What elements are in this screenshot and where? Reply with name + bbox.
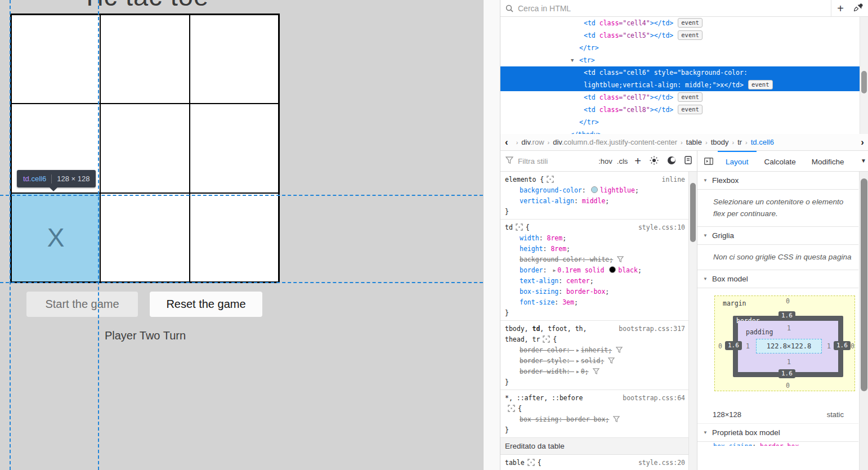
event-badge[interactable]: event [748, 80, 773, 89]
markup-line[interactable]: <td class="cell5"></td>event [500, 29, 868, 42]
css-declaration[interactable]: background-color: white; [505, 254, 685, 265]
grid-section-header[interactable]: ▼ Griglia [697, 227, 858, 245]
expand-arrow-icon[interactable]: ▶ [553, 268, 556, 273]
flexbox-section-header[interactable]: ▼ Flexbox [697, 172, 858, 190]
breadcrumb-item[interactable]: table [686, 138, 702, 146]
css-declaration[interactable]: border-width: ▶0; [505, 366, 685, 377]
dock-sidebar-icon[interactable] [697, 151, 718, 171]
expand-arrow-icon[interactable]: ▶ [576, 348, 579, 353]
markup-line[interactable]: </tbody> [500, 128, 868, 134]
margin-top-value[interactable]: 0 [786, 297, 790, 305]
tab-layout[interactable]: Layout [718, 151, 757, 171]
filter-icon[interactable] [608, 357, 615, 364]
layout-scrollbar-thumb[interactable] [861, 178, 867, 391]
rule-selector[interactable]: elemento { [505, 174, 685, 185]
rule-source-link[interactable]: style.css:10 [638, 222, 685, 233]
markup-line[interactable]: </tr> [500, 116, 868, 128]
padding-right-value[interactable]: 1 [827, 342, 831, 350]
breadcrumb-item[interactable]: tr [737, 138, 742, 146]
breadcrumb-item[interactable]: td.cell6 [751, 138, 774, 146]
boxmodel-content-box[interactable]: 122.8×122.8 [756, 339, 822, 353]
breadcrumb-back-icon[interactable]: ‹ [500, 137, 513, 147]
markup-line[interactable]: ▼<tr> [500, 54, 868, 66]
css-declaration[interactable]: border-color: ▶inherit; [505, 345, 685, 356]
expander-icon[interactable]: ▼ [571, 54, 574, 66]
search-input[interactable] [517, 3, 831, 14]
expand-arrow-icon[interactable]: ▶ [576, 359, 579, 364]
margin-bottom-value[interactable]: 0 [786, 382, 790, 390]
css-declaration[interactable]: text-align: center; [505, 276, 685, 287]
border-bottom-value[interactable]: 1.6 [778, 369, 795, 378]
css-declaration[interactable]: border: ▶0.1rem solid black; [505, 265, 685, 276]
reset-game-button[interactable]: Reset the game [150, 292, 262, 317]
rule-source-link[interactable]: bootstrap.css:317 [619, 324, 685, 334]
expand-arrow-icon[interactable]: ▶ [576, 369, 579, 374]
filter-icon[interactable] [617, 256, 624, 262]
dark-theme-contrast-icon[interactable] [667, 156, 676, 167]
markup-line[interactable]: <td class="cell7"></td>event [500, 91, 868, 104]
boxmodel-props-header[interactable]: ▼ Proprietà box model [697, 424, 858, 442]
color-swatch[interactable] [609, 266, 616, 273]
tab-calcolate[interactable]: Calcolate [757, 151, 804, 171]
pseudo-class-button[interactable]: :hov [598, 157, 612, 165]
board-cell[interactable] [100, 193, 189, 282]
filter-icon[interactable] [593, 368, 599, 374]
markup-line[interactable]: <td class="cell4"></td>event [500, 17, 868, 29]
filter-styles-input[interactable]: Filtra stili [518, 157, 594, 165]
board-cell[interactable] [100, 15, 189, 104]
tabs-dropdown-icon[interactable]: ▼ [861, 158, 866, 164]
css-declaration[interactable]: box-sizing: border-box; [505, 287, 685, 297]
start-game-button[interactable]: Start the game [26, 292, 138, 317]
rule-source-link[interactable]: inline [661, 174, 685, 185]
css-declaration[interactable]: background-color: lightblue; [505, 185, 685, 196]
markup-line[interactable]: <td class="cell8"></td>event [500, 104, 868, 116]
breadcrumb-forward-icon[interactable]: › [857, 137, 867, 147]
board-cell[interactable] [100, 104, 189, 193]
margin-left-value[interactable]: 0 [718, 342, 722, 350]
css-declaration[interactable]: font-size: 3em; [505, 297, 685, 308]
print-simulation-icon[interactable] [684, 156, 692, 166]
padding-bottom-value[interactable]: 1 [787, 358, 791, 366]
padding-top-value[interactable]: 1 [787, 324, 791, 332]
border-right-value[interactable]: 1.6 [834, 341, 851, 350]
add-node-icon[interactable]: + [837, 3, 844, 14]
filter-icon[interactable] [613, 416, 620, 422]
rules-scrollbar[interactable] [688, 172, 697, 470]
markup-line[interactable]: </tr> [500, 42, 868, 54]
css-declaration[interactable]: height: 8rem; [505, 244, 685, 254]
tab-modifiche[interactable]: Modifiche [804, 151, 844, 171]
markup-scrollbar-thumb[interactable] [861, 71, 867, 93]
css-declaration[interactable]: vertical-align: middle; [505, 196, 685, 207]
margin-right-value[interactable]: 0 [851, 342, 854, 350]
add-rule-icon[interactable]: + [634, 155, 641, 167]
css-declaration[interactable]: box-sizing: border-box; [505, 414, 685, 425]
board-cell[interactable]: X [11, 193, 100, 282]
board-cell[interactable] [11, 15, 100, 104]
board-cell[interactable] [190, 104, 279, 193]
layout-scrollbar[interactable] [859, 172, 868, 470]
eyedropper-icon[interactable] [854, 3, 863, 14]
event-badge[interactable]: event [678, 30, 703, 40]
boxmodel-margin-box[interactable]: margin border padding 122.8×122.8 0 1.6 … [714, 296, 855, 391]
markup-line[interactable]: <td class="cell6" style="background-colo… [500, 66, 868, 79]
board-cell[interactable] [190, 193, 279, 282]
color-swatch[interactable] [591, 186, 598, 193]
rule-source-link[interactable]: bootstrap.css:64 [623, 393, 685, 404]
border-top-value[interactable]: 1.6 [778, 311, 795, 320]
markup-scrollbar[interactable] [860, 17, 868, 134]
markup-line[interactable]: lightblue;vertical-align: middle;">x</td… [500, 79, 868, 91]
css-declaration[interactable]: border-style: ▶solid; [505, 356, 685, 366]
breadcrumb-item[interactable]: div.column.d-flex.justify-content-center [553, 138, 677, 146]
breadcrumb-item[interactable]: div.row [521, 138, 544, 146]
rule-source-link[interactable]: style.css:20 [638, 458, 685, 468]
class-toggle-button[interactable]: .cls [617, 157, 628, 165]
breadcrumb-item[interactable]: tbody [711, 138, 729, 146]
rules-scrollbar-thumb[interactable] [690, 183, 696, 242]
filter-icon[interactable] [616, 347, 623, 353]
css-declaration[interactable]: width: 8rem; [505, 233, 685, 244]
boxmodel-section-header[interactable]: ▼ Box model [697, 270, 858, 288]
board-cell[interactable] [190, 15, 279, 104]
event-badge[interactable]: event [678, 92, 703, 102]
event-badge[interactable]: event [678, 18, 703, 28]
light-theme-sun-icon[interactable] [650, 156, 659, 167]
